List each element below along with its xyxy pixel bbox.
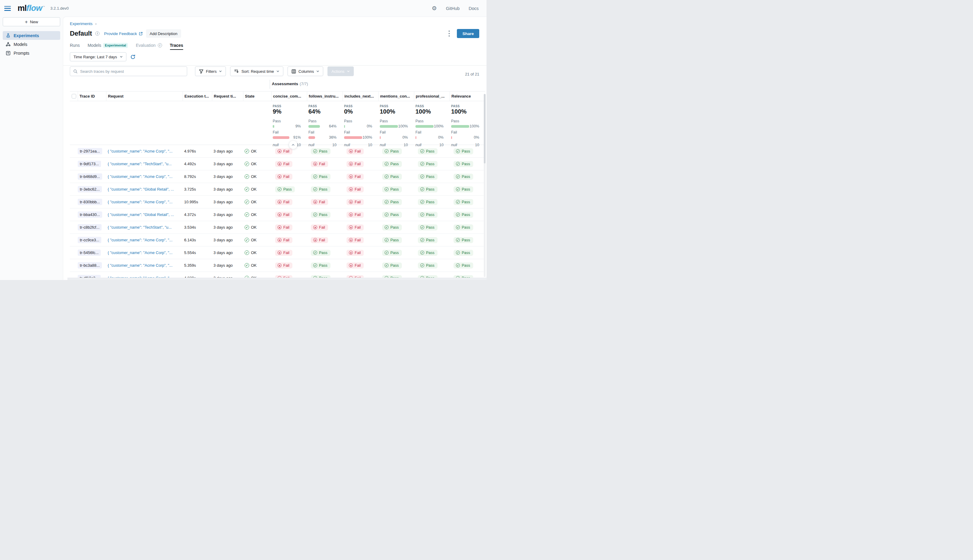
vertical-scrollbar-thumb[interactable] <box>484 94 486 163</box>
trace-id-link[interactable]: tr-5456fc... <box>78 250 101 256</box>
assessment-badge[interactable]: Pass <box>453 199 473 205</box>
col-header-trace-id[interactable]: Trace ID <box>78 92 106 101</box>
tab-models[interactable]: Models Experimental <box>88 43 128 48</box>
trace-id-link[interactable]: tr-830bbb... <box>78 199 102 205</box>
assessment-badge[interactable]: Pass <box>275 187 295 192</box>
assessment-badge[interactable]: Pass <box>382 174 402 180</box>
docs-link[interactable]: Docs <box>469 6 479 11</box>
horizontal-scrollbar[interactable] <box>67 278 486 280</box>
trace-id-cell[interactable]: tr-bc3a88... <box>78 259 106 272</box>
trace-id-link[interactable]: tr-9df173... <box>78 161 101 167</box>
trace-id-cell[interactable]: tr-b468d9... <box>78 170 106 183</box>
search-input[interactable] <box>80 69 184 74</box>
col-header-request-time[interactable]: Request ti... <box>212 92 243 101</box>
assessment-badge[interactable]: Pass <box>453 224 473 230</box>
assessment-badge[interactable]: Fail <box>346 187 364 192</box>
sidebar-item-prompts[interactable]: Prompts <box>3 48 60 57</box>
assessment-badge[interactable]: Fail <box>346 224 364 230</box>
assessment-badge[interactable]: Fail <box>275 262 293 268</box>
assessment-badge[interactable]: Pass <box>382 161 402 167</box>
table-row[interactable]: tr-830bbb... { "customer_name": "Acme Co… <box>70 196 485 208</box>
assessment-badge[interactable]: Pass <box>382 148 402 154</box>
assessment-badge[interactable]: Pass <box>418 224 438 230</box>
assessment-badge[interactable]: Fail <box>275 174 293 180</box>
table-row[interactable]: tr-2971ea... { "customer_name": "Acme Co… <box>70 145 485 158</box>
trace-id-link[interactable]: tr-2971ea... <box>78 148 102 154</box>
sidebar-item-experiments[interactable]: Experiments <box>3 31 60 40</box>
trace-id-link[interactable]: tr-b468d9... <box>78 173 102 180</box>
info-icon[interactable] <box>95 32 99 36</box>
gear-icon[interactable]: ⚙ <box>432 5 437 11</box>
trace-id-cell[interactable]: tr-2971ea... <box>78 145 106 157</box>
assessment-badge[interactable]: Fail <box>275 199 293 205</box>
filters-button[interactable]: Filters <box>195 67 226 76</box>
assessment-badge[interactable]: Fail <box>346 161 364 167</box>
add-description-button[interactable]: Add Description <box>146 29 181 38</box>
assessment-badge[interactable]: Pass <box>453 212 473 218</box>
assessment-badge[interactable]: Fail <box>275 161 293 167</box>
table-row[interactable]: tr-bc3a88... { "customer_name": "Acme Co… <box>70 259 485 272</box>
assessment-badge[interactable]: Fail <box>275 212 293 218</box>
vertical-scrollbar[interactable] <box>484 94 486 277</box>
tab-evaluation[interactable]: Evaluation <box>136 43 162 48</box>
trace-id-cell[interactable]: tr-9df173... <box>78 158 106 170</box>
table-row[interactable]: tr-bba430... { "customer_name": "Global … <box>70 208 485 221</box>
assessment-badge[interactable]: Pass <box>418 174 438 180</box>
request-link[interactable]: { "customer_name": "Global Retail", ... <box>106 183 182 195</box>
assessment-badge[interactable]: Fail <box>346 199 364 205</box>
assessment-badge[interactable]: Fail <box>275 237 293 243</box>
table-row[interactable]: tr-b468d9... { "customer_name": "Acme Co… <box>70 170 485 183</box>
col-header-state[interactable]: State <box>243 92 271 101</box>
assessment-badge[interactable]: Pass <box>382 237 402 243</box>
tab-traces[interactable]: Traces <box>170 43 183 48</box>
table-row[interactable]: tr-c8b2fcf... { "customer_name": "TechSt… <box>70 221 485 234</box>
assessment-badge[interactable]: Pass <box>453 250 473 256</box>
col-header-assessment-1[interactable]: follows_instru... <box>307 92 343 101</box>
assessment-badge[interactable]: Fail <box>346 212 364 218</box>
columns-button[interactable]: Columns <box>288 67 323 76</box>
request-link[interactable]: { "customer_name": "Acme Corp", "... <box>106 234 182 246</box>
assessment-badge[interactable]: Fail <box>275 148 293 154</box>
provide-feedback-link[interactable]: Provide Feedback <box>104 32 143 36</box>
hamburger-menu-icon[interactable] <box>4 6 11 11</box>
assessment-badge[interactable]: Pass <box>382 187 402 192</box>
kebab-menu-icon[interactable] <box>448 29 451 38</box>
sort-button[interactable]: Sort: Request time <box>230 67 283 76</box>
assessment-badge[interactable]: Fail <box>275 224 293 230</box>
refresh-icon[interactable] <box>130 54 135 60</box>
col-header-request[interactable]: Request <box>106 92 182 101</box>
assessment-badge[interactable]: Pass <box>382 262 402 268</box>
col-header-assessment-3[interactable]: mentions_con... <box>378 92 414 101</box>
share-button[interactable]: Share <box>457 29 479 38</box>
assessment-badge[interactable]: Pass <box>418 187 438 192</box>
table-row[interactable]: tr-cc9ce3... { "customer_name": "Acme Co… <box>70 234 485 247</box>
assessment-badge[interactable]: Pass <box>311 262 331 268</box>
trace-id-cell[interactable]: tr-c8b2fcf... <box>78 221 106 233</box>
assessment-badge[interactable]: Pass <box>453 161 473 167</box>
trace-id-link[interactable]: tr-3ebc62... <box>78 186 102 192</box>
assessment-badge[interactable]: Fail <box>311 199 328 205</box>
assessment-badge[interactable]: Pass <box>311 250 331 256</box>
assessment-badge[interactable]: Fail <box>346 148 364 154</box>
select-all-checkbox[interactable] <box>72 94 76 98</box>
table-row[interactable]: tr-9df173... { "customer_name": "TechSta… <box>70 158 485 170</box>
assessment-badge[interactable]: Pass <box>382 199 402 205</box>
assessment-badge[interactable]: Pass <box>418 212 438 218</box>
trace-id-cell[interactable]: tr-cc9ce3... <box>78 234 106 246</box>
col-header-execution-time[interactable]: Execution t... <box>182 92 212 101</box>
assessment-badge[interactable]: Fail <box>346 174 364 180</box>
assessment-badge[interactable]: Pass <box>311 148 331 154</box>
col-header-assessment-4[interactable]: professional_... <box>414 92 450 101</box>
trace-id-link[interactable]: tr-c8b2fcf... <box>78 224 102 230</box>
assessment-badge[interactable]: Fail <box>346 237 364 243</box>
assessment-badge[interactable]: Fail <box>275 250 293 256</box>
request-link[interactable]: { "customer_name": "TechStart", "u... <box>106 221 182 233</box>
assessment-badge[interactable]: Pass <box>453 174 473 180</box>
request-link[interactable]: { "customer_name": "TechStart", "u... <box>106 158 182 170</box>
trace-id-cell[interactable]: tr-3ebc62... <box>78 183 106 195</box>
col-header-assessment-2[interactable]: includes_next... <box>343 92 378 101</box>
collapse-summary-button[interactable] <box>289 141 297 149</box>
table-row[interactable]: tr-3ebc62... { "customer_name": "Global … <box>70 183 485 196</box>
assessment-badge[interactable]: Pass <box>311 212 331 218</box>
assessment-badge[interactable]: Pass <box>418 199 438 205</box>
